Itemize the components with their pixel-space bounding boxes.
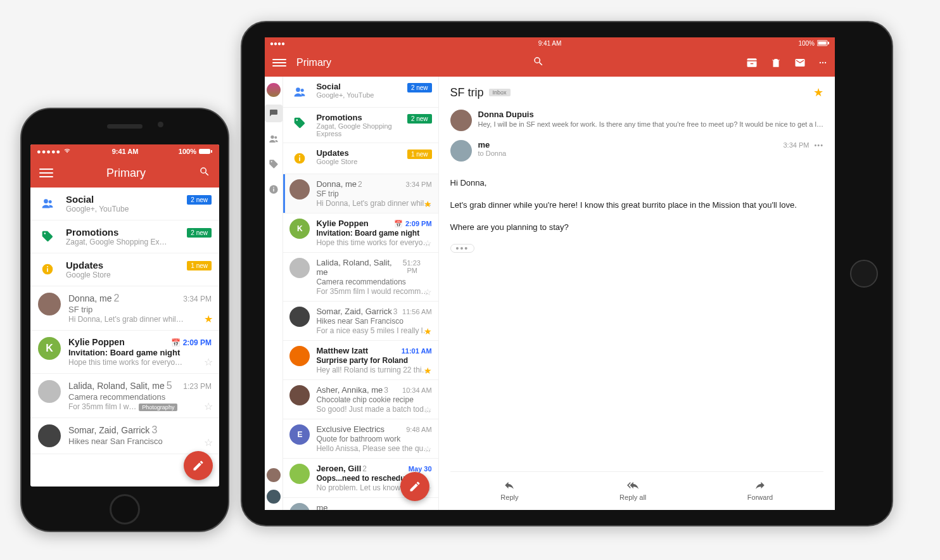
ipad-device-frame: ●●●● 9:41 AM 100% Primary (241, 21, 893, 526)
thread-subject: Camera recommendations (316, 277, 431, 286)
secondary-account-1[interactable] (267, 468, 281, 482)
thread-time: 3:34 PM (406, 181, 432, 188)
more-icon[interactable] (818, 57, 827, 68)
thread-subject: SF trip (68, 305, 212, 314)
star-icon[interactable]: ★ (204, 313, 213, 325)
category-row-promotions[interactable]: PromotionsZagat, Google Shopping Ex…2 ne… (30, 220, 219, 253)
star-icon[interactable]: ★ (424, 199, 432, 209)
thread-sender: Lalida, Roland, Salit, me (316, 258, 401, 277)
avatar (289, 346, 310, 366)
expanded-message-header: me 3:34 PM ••• to Donna (450, 140, 823, 162)
category-badge: 2 new (407, 83, 432, 92)
iphone-status-battery: 100% (179, 148, 196, 155)
compose-fab[interactable] (400, 472, 429, 501)
thread-row[interactable]: KKylie Poppen📅2:09 PMInvitation: Board g… (30, 331, 219, 374)
category-row-promotions[interactable]: PromotionsZagat, Google Shopping Express… (283, 108, 438, 143)
thread-sender: Matthew Izatt (316, 346, 368, 355)
thread-row[interactable]: Somar, Zaid, Garrick 311:56 AMHikes near… (283, 302, 438, 341)
thread-row[interactable]: Asher, Annika, me 310:34 AMChocolate chi… (283, 380, 438, 419)
thread-row[interactable]: Matthew Izatt11:01 AMSurprise party for … (283, 341, 438, 380)
thread-time: 1:23 PM (183, 382, 212, 391)
menu-icon[interactable] (272, 59, 286, 67)
thread-row[interactable]: KKylie Poppen📅2:09 PMInvitation: Board g… (283, 213, 438, 253)
account-avatar[interactable] (267, 83, 281, 97)
thread-time: 9:48 AM (406, 426, 431, 433)
iphone-body: SocialGoogle+, YouTube2 newPromotionsZag… (30, 188, 219, 487)
mail-icon[interactable] (794, 57, 806, 68)
star-icon[interactable]: ☆ (204, 436, 213, 449)
category-row-social[interactable]: SocialGoogle+, YouTube2 new (30, 188, 219, 220)
category-row-updates[interactable]: UpdatesGoogle Store1 new (30, 253, 219, 286)
category-badge: 1 new (187, 261, 212, 270)
category-sub: Google+, YouTube (66, 205, 187, 213)
thread-time: 3:34 PM (183, 295, 212, 303)
svg-point-18 (44, 199, 48, 203)
sidebar-info-icon[interactable] (265, 181, 283, 198)
detail-subject: SF trip (450, 86, 484, 99)
tag-icon (289, 113, 310, 133)
iphone-app-header: Primary (30, 158, 219, 188)
reply-all-button[interactable]: Reply all (619, 480, 646, 501)
star-icon[interactable]: ☆ (424, 238, 432, 248)
ipad-home-button[interactable] (850, 260, 878, 288)
thread-row[interactable]: EExclusive Electrics9:48 AMQuote for bat… (283, 419, 438, 459)
avatar (38, 293, 61, 315)
thread-sender: Kylie Poppen (316, 219, 368, 228)
thread-row[interactable]: Somar, Zaid, Garrick 3Hikes near San Fra… (30, 418, 219, 454)
forward-button[interactable]: Forward (747, 480, 773, 501)
thread-subject: Chocolate chip cookie recipe (316, 395, 431, 404)
iphone-screen: ●●●●● 9:41 AM 100% Primary SocialGoogle+… (30, 144, 219, 487)
star-icon[interactable]: ☆ (204, 356, 213, 368)
detail-header: SF trip Inbox ★ (450, 86, 823, 99)
thread-count: 2 (358, 180, 362, 189)
svg-point-5 (825, 62, 826, 63)
svg-point-11 (296, 87, 301, 92)
iphone-home-button[interactable] (110, 494, 140, 525)
sidebar-inbox-icon[interactable] (265, 105, 283, 122)
star-icon[interactable]: ☆ (424, 287, 432, 297)
thread-time: May 30 (409, 465, 432, 473)
star-icon[interactable]: ★ (424, 326, 432, 336)
avatar (289, 464, 310, 484)
star-icon[interactable]: ☆ (424, 444, 432, 454)
secondary-account-2[interactable] (267, 490, 281, 504)
thread-row[interactable]: Donna, me 23:34 PMSF tripHi Donna, Let's… (283, 174, 438, 213)
avatar (289, 307, 310, 327)
archive-icon[interactable] (746, 57, 758, 68)
message-more-icon[interactable]: ••• (814, 141, 823, 149)
delete-icon[interactable] (770, 57, 782, 68)
category-row-social[interactable]: SocialGoogle+, YouTube2 new (283, 77, 438, 108)
sidebar-people-icon[interactable] (265, 130, 283, 148)
avatar (289, 385, 310, 405)
star-icon[interactable]: ☆ (424, 405, 432, 415)
category-row-updates[interactable]: UpdatesGoogle Store1 new (283, 143, 438, 174)
avatar: E (289, 424, 310, 445)
star-icon[interactable]: ★ (424, 366, 432, 376)
avatar (289, 258, 310, 278)
svg-rect-17 (211, 150, 212, 153)
thread-row[interactable]: Lalida, Roland, Salit, me 51:23 PMCamera… (283, 253, 438, 302)
reply-button[interactable]: Reply (500, 480, 518, 501)
svg-rect-22 (47, 266, 48, 267)
ipad-app-header: Primary (265, 49, 835, 77)
avatar (38, 424, 61, 447)
show-trimmed-icon[interactable]: ••• (450, 244, 475, 253)
thread-sender: Somar, Zaid, Garrick (316, 307, 391, 316)
star-icon[interactable]: ☆ (204, 400, 213, 412)
thread-sender: Donna, me (316, 179, 357, 189)
thread-snippet: Hey all! Roland is turning 22 this week,… (316, 366, 431, 374)
thread-row[interactable]: Lalida, Roland, Salit, me 51:23 PMCamera… (30, 374, 219, 418)
thread-snippet: Hi Donna, Let's grab dinner while you're… (316, 199, 431, 208)
thread-row[interactable]: Donna, me 23:34 PMSF tripHi Donna, Let's… (30, 286, 219, 331)
compose-fab[interactable] (184, 451, 213, 480)
menu-icon[interactable] (39, 169, 53, 177)
avatar (289, 503, 310, 510)
inbox-chip[interactable]: Inbox (489, 89, 511, 96)
detail-star-icon[interactable]: ★ (813, 86, 823, 99)
search-icon[interactable] (199, 166, 210, 181)
collapsed-message[interactable]: Donna Dupuis Hey, I will be in SF next w… (450, 110, 823, 131)
sidebar-tag-icon[interactable] (265, 155, 283, 173)
expanded-to[interactable]: to Donna (478, 150, 823, 157)
thread-snippet: For 35mm film I w…Photography (68, 402, 212, 411)
search-icon[interactable] (533, 56, 544, 70)
